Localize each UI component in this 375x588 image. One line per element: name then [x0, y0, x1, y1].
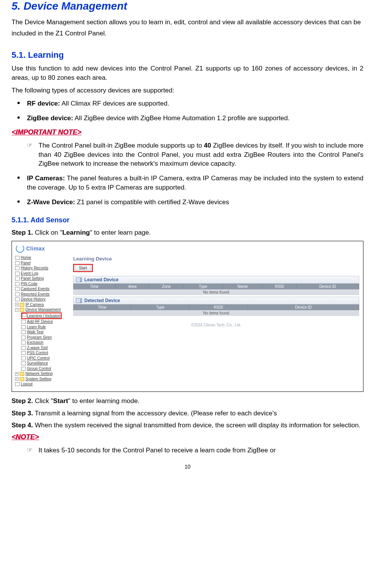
sidebar-label: System Setting — [25, 376, 51, 382]
sidebar-item-logout[interactable]: Logout — [15, 381, 69, 387]
sidebar-label: Walk Test — [27, 329, 44, 335]
sidebar-label: Learn Rule — [27, 324, 46, 330]
step-1-label: Step 1. — [12, 229, 33, 236]
section-heading: 5. Device Management — [12, 0, 363, 12]
sidebar-label: Network Setting — [25, 371, 53, 376]
sidebar-item-zwave-tool[interactable]: Z-wave Tool — [15, 345, 69, 351]
important-note-40: 40 — [204, 142, 211, 149]
sidebar-item-learning-inclusion[interactable]: Learning / Inclusion — [15, 312, 69, 319]
rf-label: RF device: — [27, 100, 60, 107]
sidebar-label: Device Management — [25, 307, 61, 312]
sidebar-item-group-control[interactable]: Group Control — [15, 366, 69, 371]
sidebar-item-device-management[interactable]: −Device Management — [15, 307, 69, 312]
page-icon — [15, 266, 20, 270]
folder-icon — [20, 377, 24, 381]
start-button[interactable]: Start — [75, 265, 91, 271]
col-type: Type — [183, 284, 223, 289]
step-1: Step 1. Click on "Learning" to enter lea… — [12, 228, 363, 237]
sidebar-label: UPIC Control — [27, 356, 50, 361]
expand-icon[interactable]: + — [15, 303, 18, 306]
important-note-item: The Control Panel built-in ZigBee module… — [12, 141, 363, 168]
sidebar-item-pin-code[interactable]: PIN Code — [15, 281, 69, 287]
detected-device-title: Detected Device — [84, 298, 120, 303]
device-type-zigbee: ZigBee device: All ZigBee device with Zi… — [12, 114, 363, 123]
sidebar-label: Group Control — [27, 366, 51, 371]
sidebar-item-panel-setting[interactable]: Panel Setting — [15, 276, 69, 281]
step-1-keyword: Learning — [62, 229, 90, 236]
learned-device-bar: →] Learned Device — [73, 276, 359, 284]
sidebar-item-system-setting[interactable]: +System Setting — [15, 376, 69, 382]
step-1-text-a: Click on " — [33, 229, 62, 236]
important-note-heading: <IMPORTANT NOTE> — [12, 128, 363, 136]
page-icon — [21, 341, 26, 344]
step-2-text-c: " to enter learning mode. — [68, 397, 140, 405]
logo-row: Climax — [13, 243, 362, 254]
sidebar-item-home[interactable]: Home — [15, 255, 69, 260]
page-icon — [15, 261, 20, 265]
screenshot-body: Home Panel History Records Event Log Pan… — [13, 254, 362, 390]
step-1-text-c: " to enter learn page. — [90, 229, 151, 236]
main-panel: Learning Device Start →] Learned Device … — [69, 254, 362, 390]
sidebar-item-program-siren[interactable]: Program Siren — [15, 335, 69, 340]
page-icon — [15, 292, 20, 296]
sidebar-label: Add RF Device — [27, 319, 53, 324]
sidebar-item-walk-test[interactable]: Walk Test — [15, 329, 69, 335]
subsection-heading-learning: 5.1. Learning — [12, 50, 363, 60]
sidebar-item-captured-events[interactable]: Captured Events — [15, 286, 69, 292]
sidebar-item-device-history[interactable]: Device History — [15, 297, 69, 302]
sidebar-item-pss-control[interactable]: PSS Control — [15, 350, 69, 356]
sidebar-label: Logout — [21, 381, 33, 387]
zigbee-label: ZigBee device: — [27, 114, 73, 122]
copyright-text: ©2016 Climax Tech. Co., Ltd. — [73, 323, 359, 327]
page-icon — [21, 361, 26, 365]
highlight-box: Learning / Inclusion — [21, 312, 62, 319]
sidebar-item-learn-rule[interactable]: Learn Rule — [15, 324, 69, 330]
expand-icon[interactable]: + — [15, 377, 18, 381]
step-2-keyword: Start — [53, 397, 68, 405]
device-types-list: RF device: All Climax RF devices are sup… — [12, 99, 363, 123]
page-icon — [15, 282, 20, 286]
sidebar-item-event-log[interactable]: Event Log — [15, 271, 69, 276]
page-icon — [15, 382, 20, 386]
page-icon — [15, 287, 20, 291]
sidebar-item-add-rf-device[interactable]: Add RF Device — [15, 319, 69, 324]
step-3-label: Step 3. — [12, 410, 33, 417]
expand-icon[interactable]: + — [15, 372, 18, 376]
detected-no-items: No items found — [73, 310, 359, 316]
zw-label: Z-Wave Device: — [27, 198, 75, 206]
page-icon — [21, 346, 26, 350]
sidebar-item-exclusion[interactable]: Exclusion — [15, 340, 69, 345]
folder-icon — [20, 308, 24, 312]
logo-swirl-icon — [16, 244, 24, 253]
screenshot-frame: Climax Home Panel History Records Event … — [12, 241, 363, 392]
sidebar-label: Event Log — [21, 271, 38, 276]
sidebar-item-upic-control[interactable]: UPIC Control — [15, 356, 69, 361]
note-item: It takes 5-10 seconds for the Control Pa… — [12, 446, 363, 455]
collapse-icon[interactable]: − — [15, 308, 18, 312]
sidebar-tree: Home Panel History Records Event Log Pan… — [13, 254, 69, 390]
step-3-text: Transmit a learning signal from the acce… — [33, 410, 277, 417]
learning-paragraph-1: Use this function to add new devices int… — [12, 64, 363, 82]
sidebar-item-surveillance[interactable]: Surveillance — [15, 361, 69, 366]
sidebar-label: PSS Control — [27, 350, 48, 356]
col-time: Time — [73, 284, 116, 289]
learning-paragraph-2: The following types of accessory devices… — [12, 86, 363, 95]
sidebar-item-network-setting[interactable]: +Network Setting — [15, 371, 69, 376]
arrow-right-icon: →] — [76, 277, 82, 282]
sidebar-item-history-records[interactable]: History Records — [15, 265, 69, 271]
page-icon — [21, 356, 26, 360]
detected-device-bar: →] Detected Device — [73, 297, 359, 304]
page-icon — [21, 351, 26, 355]
col-rssi: RSSI — [263, 284, 296, 289]
col-type: Type — [131, 304, 189, 310]
sidebar-item-ip-camera[interactable]: +IP Camera — [15, 302, 69, 307]
step-4-text: When the system received the signal tran… — [33, 422, 360, 429]
logo-text: Climax — [26, 245, 45, 252]
col-area: Area — [116, 284, 149, 289]
sidebar-item-reported-events[interactable]: Reported Events — [15, 292, 69, 297]
intro-paragraph: The Device Management section allows you… — [12, 17, 363, 39]
detected-device-header: Time Type RSSI Device ID — [73, 304, 359, 310]
col-rssi: RSSI — [189, 304, 248, 310]
sidebar-item-panel[interactable]: Panel — [15, 260, 69, 266]
step-3: Step 3. Transmit a learning signal from … — [12, 409, 363, 418]
